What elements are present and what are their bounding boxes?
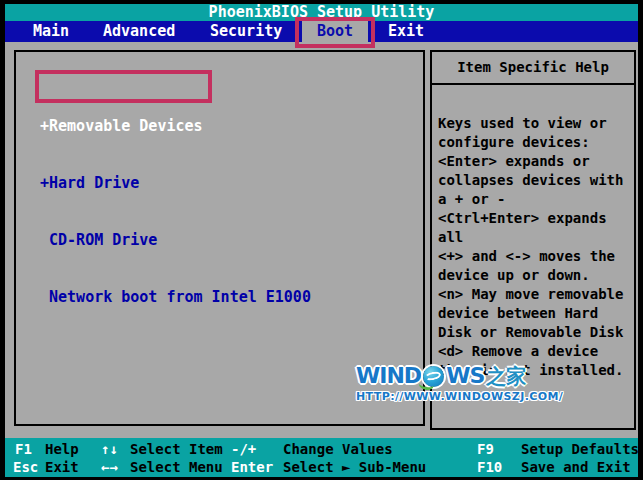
legend-desc-select-submenu: Select ► Sub-Menu <box>283 458 426 477</box>
tab-main[interactable]: Main <box>33 21 69 42</box>
tab-security[interactable]: Security <box>210 21 282 42</box>
legend-key-f9: F9 <box>477 440 494 459</box>
legend-row-1: F1 Help ↑↓ Select Item -/+ Change Values… <box>5 440 638 459</box>
watermark-brand-suffix: WS <box>446 365 484 387</box>
highlight-box-removable-devices <box>35 70 212 103</box>
legend-row-2: Esc Exit ←→ Select Menu Enter Select ► S… <box>5 458 638 477</box>
boot-item-network-boot[interactable]: Network boot from Intel E1000 <box>40 288 311 307</box>
tab-exit[interactable]: Exit <box>388 21 424 42</box>
watermark-brand-chinese: 之家 <box>486 365 526 387</box>
legend-desc-change-values: Change Values <box>283 440 393 459</box>
windowszj-watermark: WIND WS 之家 HTTP://WWW.WINDOWSZJ.COM/ <box>356 365 563 403</box>
help-panel-title: Item Specific Help <box>432 52 634 85</box>
legend-key-enter: Enter <box>231 458 273 477</box>
tab-advanced[interactable]: Advanced <box>103 21 175 42</box>
watermark-logo: WIND WS 之家 <box>356 365 563 387</box>
key-legend-bar: F1 Help ↑↓ Select Item -/+ Change Values… <box>5 438 638 477</box>
legend-desc-select-item: Select Item <box>130 440 223 459</box>
legend-desc-select-menu: Select Menu <box>130 458 223 477</box>
legend-desc-save-and-exit: Save and Exit <box>521 458 631 477</box>
legend-desc-exit: Exit <box>45 458 79 477</box>
legend-key-f1: F1 <box>15 440 32 459</box>
legend-desc-setup-defaults: Setup Defaults <box>521 440 639 459</box>
boot-item-hard-drive[interactable]: +Hard Drive <box>40 174 311 193</box>
boot-device-list: +Removable Devices +Hard Drive CD-ROM Dr… <box>40 79 311 345</box>
boot-item-cdrom-drive[interactable]: CD-ROM Drive <box>40 231 311 250</box>
help-panel-text: Keys used to view or configure devices: … <box>432 85 634 380</box>
legend-key-esc: Esc <box>13 458 38 477</box>
legend-key-f10: F10 <box>477 458 502 477</box>
bios-screen: PhoenixBIOS Setup Utility Main Advanced … <box>0 0 643 480</box>
watermark-url: HTTP://WWW.WINDOWSZJ.COM/ <box>356 390 563 403</box>
watermark-brand-prefix: WIND <box>356 365 421 387</box>
boot-item-removable-devices[interactable]: +Removable Devices <box>40 117 311 136</box>
legend-key-leftright: ←→ <box>101 458 118 477</box>
legend-key-minus-plus: -/+ <box>231 440 256 459</box>
globe-icon <box>423 366 444 387</box>
legend-desc-help: Help <box>45 440 79 459</box>
highlight-box-boot-tab <box>295 17 375 48</box>
legend-key-updown: ↑↓ <box>101 440 118 459</box>
